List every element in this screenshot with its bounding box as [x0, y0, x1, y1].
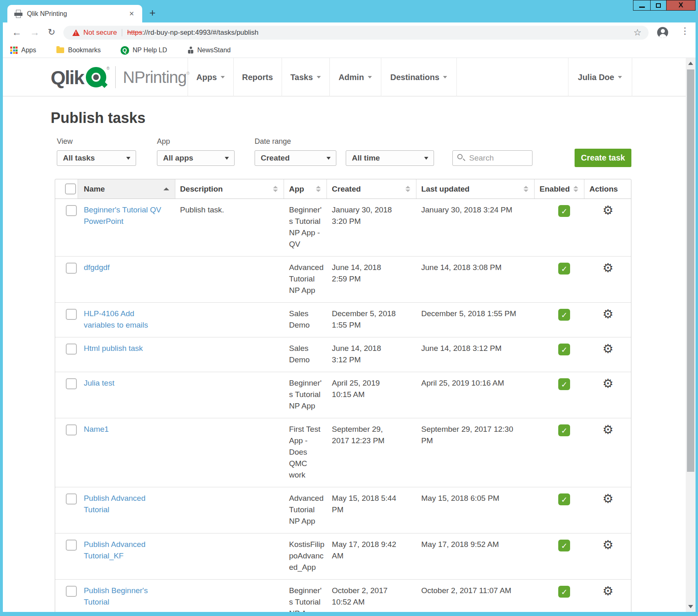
bookmark-bookmarks[interactable]: Bookmarks: [36, 47, 101, 54]
task-name-link[interactable]: Publish Beginner's Tutorial: [84, 585, 166, 608]
nav-apps[interactable]: Apps: [188, 58, 233, 96]
reload-icon[interactable]: ↻: [48, 26, 55, 39]
gear-icon[interactable]: ⚙: [602, 343, 631, 355]
header-name[interactable]: Name: [78, 179, 175, 199]
task-name-link[interactable]: Publish Advanced Tutorial_KF: [84, 539, 166, 562]
address-bar[interactable]: ! Not secure https ://rd-buy-np-sept:499…: [63, 26, 649, 40]
chevron-down-icon: [424, 157, 428, 160]
gear-icon[interactable]: ⚙: [602, 262, 631, 274]
view-dropdown[interactable]: All tasks: [57, 150, 136, 166]
task-name-link[interactable]: Name1: [84, 424, 166, 435]
row-checkbox[interactable]: [66, 493, 77, 504]
enabled-toggle[interactable]: ✓: [558, 344, 570, 355]
task-name-link[interactable]: Publish Advanced Tutorial: [84, 493, 166, 516]
row-checkbox[interactable]: [66, 344, 77, 355]
task-updated: October 2, 2017 11:07 AM: [421, 585, 517, 596]
task-app: Beginner's Tutorial NP App: [289, 585, 325, 612]
back-icon[interactable]: ←: [12, 26, 22, 39]
task-updated: May 17, 2018 9:52 AM: [421, 539, 517, 550]
new-tab-button[interactable]: +: [146, 7, 159, 19]
scroll-down-icon[interactable]: [686, 601, 696, 612]
header-last-updated[interactable]: Last updated: [416, 179, 535, 199]
row-checkbox[interactable]: [66, 424, 77, 435]
nprinting-wordmark: NPrinting®: [123, 68, 189, 87]
bookmark-star-icon[interactable]: ☆: [633, 27, 642, 38]
enabled-toggle[interactable]: ✓: [558, 263, 570, 275]
enabled-toggle[interactable]: ✓: [558, 205, 570, 217]
qlik-wordmark: Qlik: [51, 66, 84, 89]
gear-icon[interactable]: ⚙: [602, 585, 631, 597]
bookmark-newsstand[interactable]: NewsStand: [167, 47, 231, 54]
table-row: Publish Beginner's Tutorial Beginner's T…: [55, 580, 631, 612]
tasks-table: Name Description App Created Last update…: [55, 179, 631, 612]
row-checkbox[interactable]: [66, 586, 77, 597]
url-protocol: https: [127, 29, 142, 37]
page-scrollbar[interactable]: [686, 58, 696, 612]
task-created: June 14, 2018 2:59 PM: [332, 262, 397, 285]
not-secure-label[interactable]: Not secure: [83, 29, 117, 37]
enabled-toggle[interactable]: ✓: [558, 424, 570, 436]
user-menu[interactable]: Julia Doe: [568, 58, 632, 96]
newsstand-icon: [188, 47, 194, 54]
task-name-link[interactable]: dfgdgdf: [84, 262, 166, 273]
nav-admin[interactable]: Admin: [329, 58, 381, 96]
create-task-button[interactable]: Create task: [575, 149, 631, 167]
nav-tasks[interactable]: Tasks: [282, 58, 329, 96]
enabled-toggle[interactable]: ✓: [558, 493, 570, 505]
select-all-checkbox[interactable]: [65, 183, 76, 194]
header-created[interactable]: Created: [327, 179, 416, 199]
maximize-button[interactable]: [651, 0, 667, 10]
task-updated: June 14, 2018 3:08 PM: [421, 262, 517, 273]
bookmark-np-help[interactable]: Q NP Help LD: [101, 46, 167, 55]
bookmark-apps[interactable]: Apps: [3, 47, 36, 54]
task-name-link[interactable]: Html publish task: [84, 343, 166, 354]
date-range-dropdown[interactable]: Created: [255, 150, 336, 166]
gear-icon[interactable]: ⚙: [602, 424, 631, 436]
header-actions: Actions: [584, 179, 631, 199]
check-icon: ✓: [561, 344, 568, 355]
close-button[interactable]: X: [667, 0, 695, 10]
gear-icon[interactable]: ⚙: [602, 204, 631, 216]
gear-icon[interactable]: ⚙: [602, 539, 631, 551]
row-checkbox[interactable]: [66, 263, 77, 274]
row-checkbox[interactable]: [66, 205, 77, 216]
scroll-up-icon[interactable]: [686, 58, 696, 69]
app-filter-label: App: [157, 137, 170, 146]
task-name-link[interactable]: HLP-4106 Add variables to emails: [84, 308, 166, 331]
nav-reports[interactable]: Reports: [233, 58, 282, 96]
row-checkbox[interactable]: [66, 309, 77, 320]
time-range-dropdown[interactable]: All time: [346, 150, 434, 166]
enabled-toggle[interactable]: ✓: [558, 540, 570, 551]
task-name-link[interactable]: Julia test: [84, 377, 166, 389]
task-name-link[interactable]: Beginner's Tutorial QV PowerPoint: [84, 204, 166, 227]
browser-menu-icon[interactable]: ⋮: [680, 26, 689, 36]
minimize-button[interactable]: [633, 0, 651, 10]
gear-icon[interactable]: ⚙: [602, 377, 631, 390]
maximize-icon: [656, 3, 661, 8]
header-app[interactable]: App: [284, 179, 327, 199]
scrollbar-thumb[interactable]: [687, 69, 694, 472]
gear-icon[interactable]: ⚙: [602, 308, 631, 320]
enabled-toggle[interactable]: ✓: [558, 309, 570, 321]
gear-icon[interactable]: ⚙: [602, 493, 631, 505]
enabled-toggle[interactable]: ✓: [558, 378, 570, 390]
address-separator: [122, 29, 122, 36]
nav-destinations[interactable]: Destinations: [381, 58, 456, 96]
table-row: Html publish task Sales Demo June 14, 20…: [55, 337, 631, 372]
app-dropdown[interactable]: All apps: [157, 150, 235, 166]
task-app: Sales Demo: [289, 308, 325, 331]
profile-avatar-icon[interactable]: [657, 27, 668, 38]
task-updated: September 29, 2017 12:30 PM: [421, 424, 517, 446]
sort-icon: [273, 186, 278, 192]
header-description[interactable]: Description: [175, 179, 284, 199]
search-input[interactable]: [452, 150, 532, 166]
row-checkbox[interactable]: [66, 378, 77, 389]
tab-close-icon[interactable]: ×: [127, 9, 136, 18]
row-checkbox[interactable]: [66, 540, 77, 551]
enabled-toggle[interactable]: ✓: [558, 586, 570, 598]
url-text[interactable]: ://rd-buy-np-sept:4993/#/tasks/publish: [142, 29, 258, 37]
browser-tab[interactable]: Qlik NPrinting ×: [7, 5, 142, 22]
task-app: First Test App - Does QMC work: [289, 424, 325, 481]
header-enabled[interactable]: Enabled: [535, 179, 584, 199]
task-app: Beginner's Tutorial NP App: [289, 377, 325, 412]
